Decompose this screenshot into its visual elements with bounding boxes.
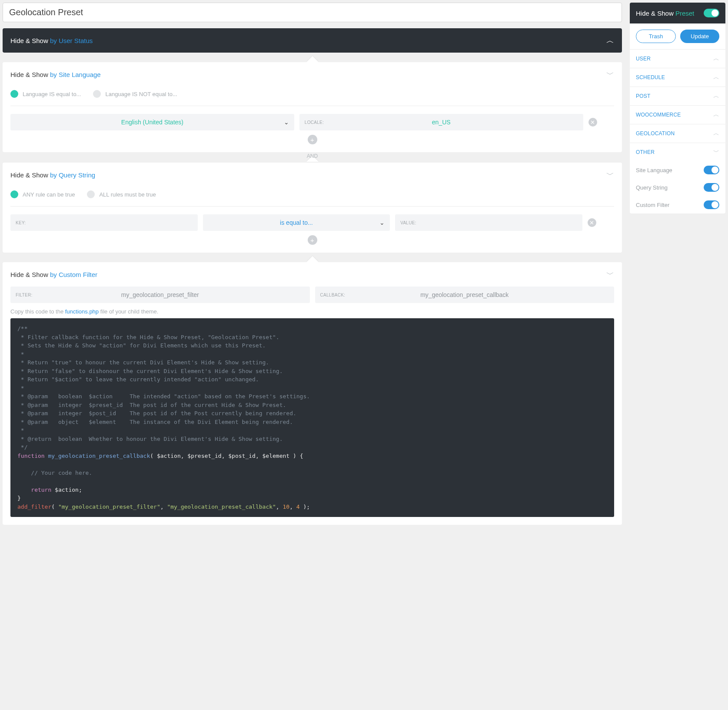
language-select[interactable]: English (United States) ⌄ bbox=[10, 114, 294, 130]
chevron-up-icon: ︿ bbox=[713, 92, 719, 100]
cat-post[interactable]: POST ︿ bbox=[630, 87, 725, 105]
chevron-up-icon: ︿ bbox=[713, 130, 719, 137]
panel-user-status: Hide & Show by User Status ︿ bbox=[3, 28, 622, 53]
update-button[interactable]: Update bbox=[680, 30, 719, 43]
sub-query-string: Query String bbox=[630, 179, 725, 196]
panel-header-site-language[interactable]: Hide & Show by Site Language ﹀ bbox=[3, 62, 622, 87]
filter-name-field[interactable]: FILTER: my_geolocation_preset_filter bbox=[10, 287, 310, 303]
cat-user[interactable]: USER ︿ bbox=[630, 49, 725, 68]
trash-button[interactable]: Trash bbox=[636, 30, 676, 43]
toggle-site-language[interactable] bbox=[704, 166, 719, 174]
radio-dot-icon bbox=[10, 190, 18, 198]
functions-php-link[interactable]: functions.php bbox=[65, 308, 99, 315]
radio-any-rule[interactable]: ANY rule can be true bbox=[10, 190, 75, 198]
remove-row-button[interactable]: ✕ bbox=[588, 118, 597, 127]
panel-header-custom-filter[interactable]: Hide & Show by Custom Filter ﹀ bbox=[3, 262, 622, 287]
radio-lang-equal[interactable]: Language IS equal to... bbox=[10, 90, 81, 98]
chevron-down-icon: ﹀ bbox=[606, 170, 614, 180]
chevron-up-icon: ︿ bbox=[713, 111, 719, 119]
preset-enable-toggle[interactable] bbox=[704, 9, 719, 17]
add-row-button[interactable]: + bbox=[308, 135, 317, 144]
panel-header-user-status[interactable]: Hide & Show by User Status ︿ bbox=[3, 28, 622, 53]
chevron-up-icon: ︿ bbox=[713, 73, 719, 81]
code-hint: Copy this code to the functions.php file… bbox=[10, 308, 614, 315]
radio-dot-icon bbox=[93, 90, 101, 98]
sidebar-panel: Hide & Show Preset Trash Update USER ︿ S… bbox=[630, 3, 725, 213]
add-row-button[interactable]: + bbox=[308, 235, 317, 245]
panel-site-language: Hide & Show by Site Language ﹀ Language … bbox=[3, 62, 622, 152]
panel-header-query-string[interactable]: Hide & Show by Query String ﹀ bbox=[3, 163, 622, 187]
panel-query-string: Hide & Show by Query String ﹀ ANY rule c… bbox=[3, 163, 622, 253]
toggle-query-string[interactable] bbox=[704, 183, 719, 192]
radio-dot-icon bbox=[87, 190, 95, 198]
chevron-up-icon: ︿ bbox=[606, 35, 614, 46]
and-connector: AND bbox=[3, 153, 622, 159]
remove-row-button[interactable]: ✕ bbox=[588, 218, 596, 227]
locale-field[interactable]: LOCALE: en_US bbox=[299, 114, 583, 130]
query-operator-select[interactable]: is equal to... ⌄ bbox=[203, 214, 390, 231]
panel-prefix: Hide & Show bbox=[10, 37, 50, 44]
query-value-field[interactable]: VALUE: bbox=[395, 214, 582, 231]
chevron-down-icon: ﹀ bbox=[606, 69, 614, 80]
toggle-custom-filter[interactable] bbox=[704, 200, 719, 209]
radio-all-rules[interactable]: ALL rules must be true bbox=[87, 190, 156, 198]
cat-schedule[interactable]: SCHEDULE ︿ bbox=[630, 68, 725, 87]
chevron-down-icon: ﹀ bbox=[606, 269, 614, 280]
cat-geolocation[interactable]: GEOLOCATION ︿ bbox=[630, 124, 725, 143]
panel-suffix: by User Status bbox=[50, 37, 93, 44]
radio-lang-not-equal[interactable]: Language IS NOT equal to... bbox=[93, 90, 177, 98]
preset-title-input[interactable] bbox=[3, 3, 622, 22]
sidebar-header: Hide & Show Preset bbox=[630, 3, 725, 23]
chevron-up-icon: ︿ bbox=[713, 55, 719, 63]
chevron-down-icon: ﹀ bbox=[713, 148, 719, 156]
cat-other[interactable]: OTHER ﹀ bbox=[630, 143, 725, 161]
query-key-field[interactable]: KEY: bbox=[10, 214, 198, 231]
callback-name-field[interactable]: CALLBACK: my_geolocation_preset_callback bbox=[315, 287, 615, 303]
sub-custom-filter: Custom Filter bbox=[630, 196, 725, 213]
code-snippet: /** * Filter callback function for the H… bbox=[10, 318, 614, 517]
panel-custom-filter: Hide & Show by Custom Filter ﹀ FILTER: m… bbox=[3, 262, 622, 525]
cat-woocommerce[interactable]: WOOCOMMERCE ︿ bbox=[630, 105, 725, 124]
sub-site-language: Site Language bbox=[630, 161, 725, 179]
radio-dot-icon bbox=[10, 90, 18, 98]
